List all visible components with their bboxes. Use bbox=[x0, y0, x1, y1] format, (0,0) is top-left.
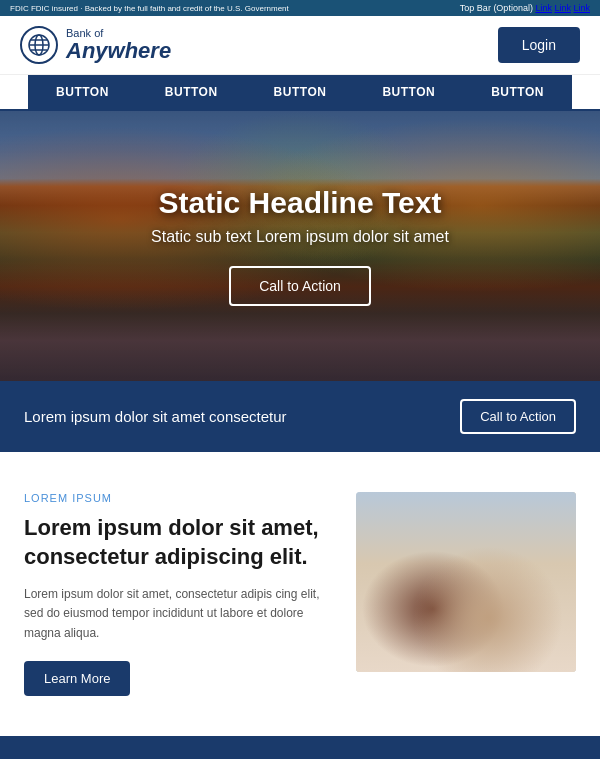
svg-rect-5 bbox=[356, 492, 576, 672]
svg-rect-21 bbox=[408, 584, 448, 639]
svg-rect-32 bbox=[511, 610, 543, 630]
content-label: LOREM IPSUM bbox=[24, 492, 326, 504]
svg-point-23 bbox=[431, 567, 436, 573]
hero-cta-button[interactable]: Call to Action bbox=[229, 266, 371, 306]
svg-point-20 bbox=[438, 547, 458, 567]
svg-rect-15 bbox=[418, 619, 494, 657]
svg-point-28 bbox=[483, 530, 525, 558]
hero-content: Static Headline Text Static sub text Lor… bbox=[131, 166, 469, 326]
banner-strip: Lorem ipsum dolor sit amet consectetur C… bbox=[0, 381, 600, 452]
svg-rect-13 bbox=[516, 537, 561, 567]
svg-point-17 bbox=[410, 547, 446, 587]
svg-rect-29 bbox=[482, 584, 526, 644]
footer: FOOTER LINK FOOTER LINK FOOTER LINK FOOT… bbox=[0, 736, 600, 759]
svg-rect-16 bbox=[411, 655, 501, 660]
svg-point-35 bbox=[503, 558, 506, 562]
nav-button-1[interactable]: BUTTON bbox=[28, 75, 137, 109]
svg-rect-7 bbox=[356, 622, 576, 672]
svg-rect-25 bbox=[430, 566, 440, 573]
top-bar-link-3[interactable]: Link bbox=[573, 3, 590, 13]
svg-rect-33 bbox=[514, 614, 528, 624]
svg-point-19 bbox=[398, 547, 418, 567]
logo-text: Bank of Anywhere bbox=[66, 27, 171, 63]
svg-point-18 bbox=[406, 532, 450, 568]
login-button[interactable]: Login bbox=[498, 27, 580, 63]
content-section: LOREM IPSUM Lorem ipsum dolor sit amet, … bbox=[0, 452, 600, 736]
top-bar-link-1[interactable]: Link bbox=[535, 3, 552, 13]
top-bar-right: Top Bar (Optional) Link Link Link bbox=[460, 3, 590, 13]
svg-rect-10 bbox=[466, 497, 511, 532]
svg-point-22 bbox=[421, 567, 426, 573]
nav-button-2[interactable]: BUTTON bbox=[137, 75, 246, 109]
hero-section: Static Headline Text Static sub text Lor… bbox=[0, 111, 600, 381]
logo-anywhere: Anywhere bbox=[66, 39, 171, 63]
content-heading: Lorem ipsum dolor sit amet, consectetur … bbox=[24, 514, 326, 571]
header: Bank of Anywhere Login bbox=[0, 16, 600, 75]
svg-rect-6 bbox=[356, 572, 576, 672]
banner-cta-button[interactable]: Call to Action bbox=[460, 399, 576, 434]
svg-rect-11 bbox=[516, 497, 561, 532]
hero-headline: Static Headline Text bbox=[151, 186, 449, 220]
svg-rect-8 bbox=[356, 620, 576, 625]
logo-area: Bank of Anywhere bbox=[20, 26, 171, 64]
hero-subtext: Static sub text Lorem ipsum dolor sit am… bbox=[151, 228, 449, 246]
nav-button-4[interactable]: BUTTON bbox=[354, 75, 463, 109]
svg-rect-9 bbox=[456, 492, 576, 572]
nav-button-3[interactable]: BUTTON bbox=[246, 75, 355, 109]
learn-more-button[interactable]: Learn More bbox=[24, 661, 130, 696]
svg-rect-12 bbox=[466, 537, 511, 567]
svg-rect-24 bbox=[418, 566, 428, 573]
svg-rect-14 bbox=[416, 617, 496, 667]
fdic-notice: FDIC FDIC insured · Backed by the full f… bbox=[10, 4, 289, 13]
people-photo bbox=[356, 492, 576, 672]
top-bar-link-2[interactable]: Link bbox=[554, 3, 571, 13]
banner-text: Lorem ipsum dolor sit amet consectetur bbox=[24, 408, 287, 425]
top-bar: FDIC FDIC insured · Backed by the full f… bbox=[0, 0, 600, 16]
top-bar-optional-label: Top Bar (Optional) bbox=[460, 3, 533, 13]
logo-icon bbox=[20, 26, 58, 64]
svg-point-31 bbox=[507, 562, 512, 568]
svg-point-27 bbox=[484, 540, 524, 584]
main-nav: BUTTON BUTTON BUTTON BUTTON BUTTON bbox=[0, 75, 600, 111]
content-left: LOREM IPSUM Lorem ipsum dolor sit amet, … bbox=[24, 492, 326, 696]
content-image bbox=[356, 492, 576, 672]
svg-point-30 bbox=[497, 562, 502, 568]
content-body: Lorem ipsum dolor sit amet, consectetur … bbox=[24, 585, 326, 643]
nav-button-5[interactable]: BUTTON bbox=[463, 75, 572, 109]
